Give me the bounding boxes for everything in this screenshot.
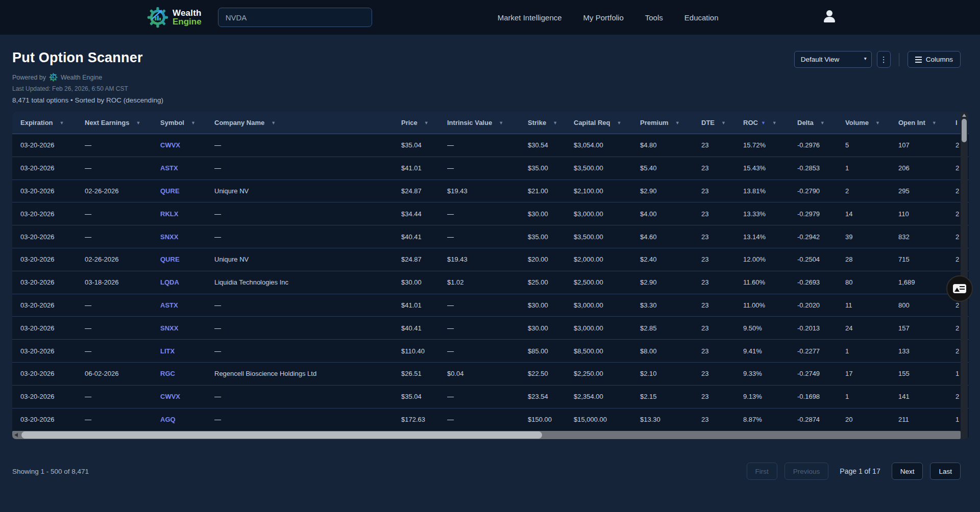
column-header-roc[interactable]: ROC▼▼ bbox=[743, 112, 797, 134]
sort-desc-icon: ▼ bbox=[761, 120, 766, 125]
nav-link-market-intelligence[interactable]: Market Intelligence bbox=[498, 13, 562, 22]
cell-symbol[interactable]: SNXX bbox=[160, 317, 214, 339]
filter-icon[interactable]: ▼ bbox=[136, 120, 140, 125]
nav-link-my-portfolio[interactable]: My Portfolio bbox=[583, 13, 624, 22]
cell-company-name: — bbox=[214, 225, 401, 248]
more-options-button[interactable]: ⋮ bbox=[877, 51, 891, 68]
column-label: Delta bbox=[797, 119, 814, 126]
brand-logo[interactable]: Wealth Engine bbox=[147, 7, 202, 28]
cell-symbol[interactable]: ASTX bbox=[160, 294, 214, 317]
cell-delta: -0.2853 bbox=[797, 157, 845, 180]
ticker-search-input[interactable] bbox=[218, 8, 372, 27]
cell-symbol[interactable]: QURE bbox=[160, 180, 214, 202]
scroll-left-arrow-icon[interactable] bbox=[14, 433, 18, 437]
cell-open-int: 715 bbox=[898, 248, 955, 271]
cell-next-earnings: 02-26-2026 bbox=[85, 180, 160, 202]
cell-roc: 9.13% bbox=[743, 386, 797, 408]
filter-icon[interactable]: ▼ bbox=[271, 120, 276, 125]
column-header-strike[interactable]: Strike▼ bbox=[528, 112, 574, 134]
filter-icon[interactable]: ▼ bbox=[424, 120, 429, 125]
filter-icon[interactable]: ▼ bbox=[617, 120, 622, 125]
cell-capital-req: $3,000.00 bbox=[574, 317, 640, 339]
table-row[interactable]: 03-20-2026—CWVX—$35.04—$30.54$3,054.00$4… bbox=[12, 134, 969, 157]
cell-volume: 17 bbox=[845, 363, 898, 385]
last-page-button[interactable]: Last bbox=[930, 463, 961, 480]
vertical-scrollbar-thumb[interactable] bbox=[962, 119, 967, 142]
horizontal-scrollbar-thumb[interactable] bbox=[21, 431, 542, 439]
table-row[interactable]: 03-20-202602-26-2026QUREUniqure NV$24.87… bbox=[12, 248, 969, 271]
column-header-dte[interactable]: DTE▼ bbox=[701, 112, 743, 134]
filter-icon[interactable]: ▼ bbox=[721, 120, 726, 125]
column-header-next-earnings[interactable]: Next Earnings▼ bbox=[85, 112, 160, 134]
filter-icon[interactable]: ▼ bbox=[499, 120, 503, 125]
columns-button[interactable]: Columns bbox=[908, 51, 961, 68]
table-row[interactable]: 03-20-2026—ASTX—$41.01—$35.00$3,500.00$5… bbox=[12, 157, 969, 180]
column-header-expiration[interactable]: Expiration▼ bbox=[20, 112, 85, 134]
table-row[interactable]: 03-20-2026—ASTX—$41.01—$30.00$3,000.00$3… bbox=[12, 294, 969, 317]
cell-company-name: — bbox=[214, 386, 401, 408]
filter-icon[interactable]: ▼ bbox=[932, 120, 937, 125]
table-row[interactable]: 03-20-2026—AGQ—$172.63—$150.00$15,000.00… bbox=[12, 408, 969, 431]
column-header-company-name[interactable]: Company Name▼ bbox=[214, 112, 401, 134]
column-header-delta[interactable]: Delta▼ bbox=[797, 112, 845, 134]
filter-icon[interactable]: ▼ bbox=[191, 120, 195, 125]
scroll-up-arrow-icon[interactable] bbox=[962, 114, 966, 117]
filter-icon[interactable]: ▼ bbox=[820, 120, 825, 125]
cell-symbol[interactable]: AGQ bbox=[160, 408, 214, 431]
nav-link-education[interactable]: Education bbox=[684, 13, 719, 22]
column-header-symbol[interactable]: Symbol▼ bbox=[160, 112, 214, 134]
cell-company-name: — bbox=[214, 408, 401, 431]
cell-symbol[interactable]: LQDA bbox=[160, 271, 214, 294]
table-row[interactable]: 03-20-2026—RKLX—$34.44—$30.00$3,000.00$4… bbox=[12, 202, 969, 225]
columns-list-icon bbox=[915, 57, 922, 63]
table-row[interactable]: 03-20-202602-26-2026QUREUniqure NV$24.87… bbox=[12, 180, 969, 203]
filter-icon[interactable]: ▼ bbox=[875, 120, 880, 125]
filter-icon[interactable]: ▼ bbox=[772, 120, 777, 125]
table-row[interactable]: 03-20-2026—CWVX—$35.04—$23.54$2,354.00$2… bbox=[12, 386, 969, 408]
next-page-button[interactable]: Next bbox=[892, 463, 923, 480]
cell-symbol[interactable]: CWVX bbox=[160, 386, 214, 408]
column-header-capital-req[interactable]: Capital Req▼ bbox=[574, 112, 640, 134]
cell-dte: 23 bbox=[701, 340, 743, 362]
table-row[interactable]: 03-20-2026—SNXX—$40.41—$30.00$3,000.00$2… bbox=[12, 317, 969, 340]
filter-icon[interactable]: ▼ bbox=[60, 120, 64, 125]
cell-price: $35.04 bbox=[401, 386, 447, 408]
filter-icon[interactable]: ▼ bbox=[553, 120, 557, 125]
cell-open-int: 832 bbox=[898, 225, 955, 248]
cell-symbol[interactable]: QURE bbox=[160, 248, 214, 271]
first-page-button[interactable]: First bbox=[747, 463, 777, 480]
view-select[interactable]: Default View bbox=[794, 51, 872, 68]
cell-symbol[interactable]: ASTX bbox=[160, 157, 214, 180]
cell-expiration: 03-20-2026 bbox=[20, 134, 85, 157]
cell-intrinsic-value: $19.43 bbox=[447, 248, 528, 271]
cell-symbol[interactable]: SNXX bbox=[160, 225, 214, 248]
table-row[interactable]: 03-20-202606-02-2026RGCRegencell Bioscie… bbox=[12, 363, 969, 386]
column-label: Next Earnings bbox=[85, 119, 129, 126]
column-label: Premium bbox=[640, 119, 669, 126]
cell-premium: $2.15 bbox=[640, 386, 701, 408]
cell-expiration: 03-20-2026 bbox=[20, 225, 85, 248]
cell-intrinsic-value: $19.43 bbox=[447, 180, 528, 202]
cell-next-earnings: — bbox=[85, 134, 160, 157]
previous-page-button[interactable]: Previous bbox=[785, 463, 829, 480]
table-row[interactable]: 03-20-202603-18-2026LQDALiquidia Technol… bbox=[12, 271, 969, 294]
user-account-icon[interactable] bbox=[823, 9, 836, 23]
cell-symbol[interactable]: RKLX bbox=[160, 202, 214, 225]
column-header-open-int[interactable]: Open Int▼ bbox=[898, 112, 955, 134]
column-header-premium[interactable]: Premium▼ bbox=[640, 112, 701, 134]
filter-widget-fab[interactable] bbox=[946, 275, 973, 302]
cell-strike: $150.00 bbox=[528, 408, 574, 431]
cell-symbol[interactable]: RGC bbox=[160, 363, 214, 385]
table-row[interactable]: 03-20-2026—SNXX—$40.41—$35.00$3,500.00$4… bbox=[12, 225, 969, 248]
cell-capital-req: $3,000.00 bbox=[574, 202, 640, 225]
column-header-volume[interactable]: Volume▼ bbox=[845, 112, 898, 134]
cell-symbol[interactable]: CWVX bbox=[160, 134, 214, 157]
column-header-price[interactable]: Price▼ bbox=[401, 112, 447, 134]
cell-capital-req: $2,500.00 bbox=[574, 271, 640, 294]
horizontal-scrollbar[interactable] bbox=[12, 431, 961, 439]
nav-link-tools[interactable]: Tools bbox=[645, 13, 663, 22]
filter-icon[interactable]: ▼ bbox=[675, 120, 680, 125]
column-header-intrinsic-value[interactable]: Intrinsic Value▼ bbox=[447, 112, 528, 134]
cell-symbol[interactable]: LITX bbox=[160, 340, 214, 362]
table-row[interactable]: 03-20-2026—LITX—$110.40—$85.00$8,500.00$… bbox=[12, 340, 969, 363]
